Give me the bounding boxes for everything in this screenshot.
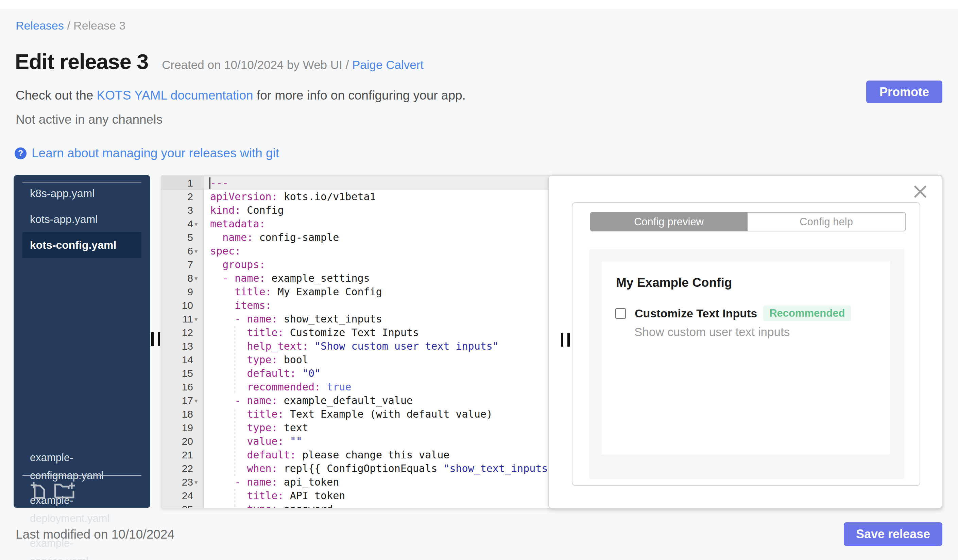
line-number: 2	[187, 191, 193, 202]
config-group-title: My Example Config	[616, 275, 732, 290]
fold-arrow-icon[interactable]: ▾	[195, 217, 198, 231]
gutter-line-5: 5	[162, 231, 203, 244]
gutter-line-20: 20	[162, 435, 203, 448]
resize-grip-bar	[158, 332, 160, 346]
gutter-line-22: 22	[162, 462, 203, 475]
resize-grip-bar	[568, 333, 570, 346]
gutter-line-8: 8▾	[162, 272, 203, 285]
gutter-line-4: 4▾	[162, 217, 203, 231]
gutter-line-17: 17▾	[162, 394, 203, 407]
config-item-row: Customize Text Inputs Recommended	[615, 305, 851, 321]
channel-status: Not active in any channels	[16, 112, 162, 127]
last-modified-text: Last modified on 10/10/2024	[16, 527, 174, 542]
new-folder-icon[interactable]	[54, 482, 76, 500]
line-number: 25	[182, 504, 193, 509]
created-info: Created on 10/10/2024 by Web UI / Paige …	[162, 58, 423, 72]
doc-suffix: for more info on configuring your app.	[253, 89, 466, 102]
git-help-row: ? Learn about managing your releases wit…	[14, 146, 279, 160]
promote-button[interactable]: Promote	[866, 81, 942, 103]
tab-config-preview[interactable]: Config preview	[590, 212, 747, 231]
line-number: 14	[182, 354, 193, 365]
line-number: 6	[187, 245, 193, 256]
gutter-line-10: 10	[162, 299, 203, 312]
title-row: Edit release 3 Created on 10/10/2024 by …	[15, 50, 423, 73]
sidebar-item-kots-app-yaml[interactable]: kots-app.yaml	[22, 206, 141, 232]
fold-arrow-icon[interactable]: ▾	[195, 313, 198, 326]
save-release-button[interactable]: Save release	[844, 522, 942, 546]
config-preview-body: My Example Config Customize Text Inputs …	[589, 249, 904, 479]
breadcrumb-separator: /	[64, 19, 73, 32]
line-number: 4	[187, 218, 193, 229]
panel-resize-handle[interactable]	[561, 333, 570, 346]
config-tabs: Config previewConfig help	[590, 212, 906, 231]
line-number: 9	[187, 286, 193, 297]
config-group-card: My Example Config Customize Text Inputs …	[602, 261, 890, 454]
gutter-line-14: 14	[162, 353, 203, 367]
fold-arrow-icon[interactable]: ▾	[195, 394, 198, 408]
new-file-icon[interactable]	[30, 481, 46, 500]
gutter-line-15: 15	[162, 367, 203, 380]
file-sidebar: k8s-app.yamlkots-app.yamlkots-config.yam…	[14, 175, 150, 508]
config-item-help-text: Show custom user text inputs	[634, 325, 790, 339]
line-number: 16	[182, 381, 193, 392]
line-number: 15	[182, 368, 193, 379]
line-number: 1	[187, 177, 193, 188]
config-preview-panel: Config previewConfig help My Example Con…	[548, 175, 942, 509]
gutter-line-12: 12	[162, 326, 203, 340]
fold-arrow-icon[interactable]: ▾	[195, 272, 198, 285]
fold-arrow-icon[interactable]: ▾	[195, 245, 198, 258]
gutter-line-24: 24	[162, 489, 203, 503]
gutter-line-9: 9	[162, 285, 203, 299]
line-number: 10	[182, 300, 193, 311]
line-number: 5	[187, 232, 193, 243]
sidebar-item-k8s-app-yaml[interactable]: k8s-app.yaml	[22, 180, 141, 206]
gutter-line-23: 23▾	[162, 475, 203, 489]
gutter-line-18: 18	[162, 407, 203, 421]
kots-yaml-doc-link[interactable]: KOTS YAML documentation	[97, 89, 253, 102]
gutter-line-3: 3	[162, 204, 203, 217]
release-editor-page: Releases / Release 3 Edit release 3 Crea…	[0, 0, 958, 560]
created-text: Created on 10/10/2024 by Web UI /	[162, 58, 352, 71]
sidebar-file-list-top: k8s-app.yamlkots-app.yamlkots-config.yam…	[14, 180, 150, 258]
config-card: Config previewConfig help My Example Con…	[572, 202, 920, 486]
gutter-line-13: 13	[162, 340, 203, 353]
fold-arrow-icon[interactable]: ▾	[195, 476, 198, 489]
breadcrumb: Releases / Release 3	[16, 19, 125, 32]
sidebar-item-kots-config-yaml[interactable]: kots-config.yaml	[22, 232, 141, 258]
breadcrumb-releases-link[interactable]: Releases	[16, 19, 64, 32]
git-releases-link[interactable]: Learn about managing your releases with …	[32, 146, 279, 160]
gutter-line-19: 19	[162, 421, 203, 435]
doc-line: Check out the KOTS YAML documentation fo…	[16, 89, 466, 103]
line-number: 17	[182, 395, 193, 406]
line-number: 20	[182, 436, 193, 447]
close-icon[interactable]	[914, 185, 927, 198]
sidebar-file-list-bottom: example-configmap.yamlexample-deployment…	[14, 449, 150, 560]
resize-grip-bar	[151, 332, 154, 346]
line-number: 3	[187, 204, 193, 216]
customize-text-inputs-checkbox[interactable]	[615, 308, 626, 319]
line-number: 7	[187, 259, 193, 270]
recommended-badge: Recommended	[763, 305, 851, 321]
gutter-line-6: 6▾	[162, 244, 203, 258]
line-number: 24	[182, 490, 193, 501]
resize-grip-bar	[561, 333, 563, 346]
line-number: 8	[187, 272, 193, 284]
doc-prefix: Check out the	[16, 89, 97, 102]
gutter-line-25: 25	[162, 503, 203, 509]
text-cursor	[209, 177, 211, 189]
created-author-link[interactable]: Paige Calvert	[352, 58, 423, 71]
editor-gutter: 1234▾56▾78▾91011▾121314151617▾1819202122…	[162, 176, 204, 508]
line-number: 12	[182, 327, 193, 338]
gutter-line-16: 16	[162, 380, 203, 394]
tab-config-help[interactable]: Config help	[747, 212, 906, 231]
line-number: 13	[182, 340, 193, 352]
sidebar-resize-handle[interactable]	[151, 332, 160, 346]
gutter-line-1: 1	[162, 176, 203, 190]
question-mark-icon: ?	[14, 147, 27, 159]
indent-guide	[235, 489, 235, 507]
gutter-line-7: 7	[162, 258, 203, 272]
indent-guide	[235, 326, 235, 394]
breadcrumb-current: Release 3	[73, 19, 125, 32]
line-number: 22	[182, 463, 193, 474]
gutter-line-21: 21	[162, 448, 203, 462]
